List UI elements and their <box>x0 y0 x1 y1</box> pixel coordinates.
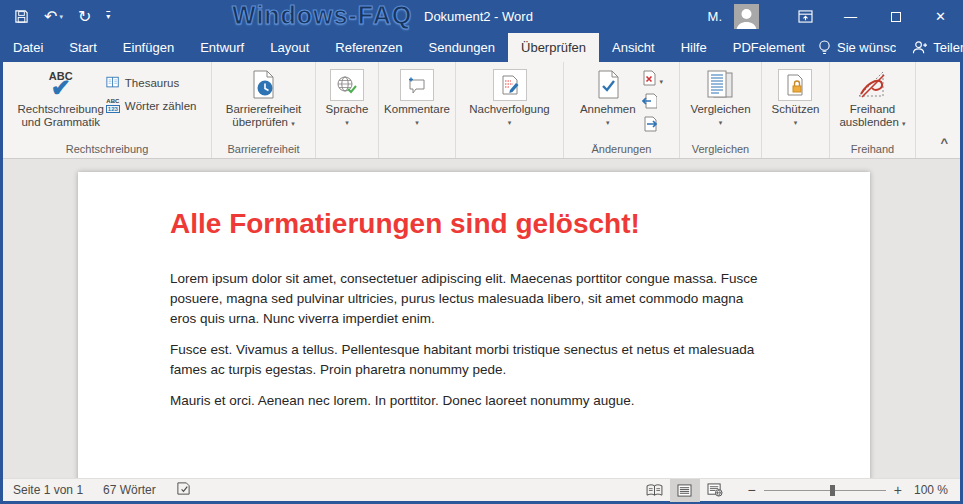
user-initials: M. <box>708 9 722 24</box>
comment-bubble-icon <box>400 69 434 101</box>
tab-ueberpruefen[interactable]: Überprüfen <box>508 33 599 62</box>
tell-me-label: Sie wünsc <box>837 40 896 55</box>
redo-icon[interactable]: ↻ <box>78 9 91 25</box>
paragraph[interactable]: Lorem ipsum dolor sit amet, consectetuer… <box>170 269 770 329</box>
dropdown-icon: ▾ <box>719 118 723 127</box>
zoom-control: − + <box>748 479 902 502</box>
group-label-vergleichen: Vergleichen <box>680 143 761 155</box>
word-count-icon: ABC 123 <box>106 98 120 113</box>
document-heading[interactable]: Alle Formatierungen sind gelöscht! <box>170 208 778 240</box>
tab-hilfe[interactable]: Hilfe <box>668 33 720 62</box>
thesaurus-book-icon <box>106 76 120 89</box>
customize-qat-icon[interactable]: ▾ <box>106 13 110 21</box>
zoom-in-button[interactable]: + <box>894 482 902 498</box>
paragraph[interactable]: Mauris et orci. Aenean nec lorem. In por… <box>170 391 770 411</box>
undo-dropdown-icon[interactable]: ▾ <box>59 13 63 20</box>
print-layout-view-button[interactable] <box>670 479 700 502</box>
accept-icon <box>595 67 621 103</box>
page-indicator[interactable]: Seite 1 von 1 <box>3 483 93 497</box>
ribbon-tab-bar: Datei Start Einfügen Entwurf Layout Refe… <box>0 33 963 62</box>
group-sprache: Sprache ▾ <box>316 62 379 158</box>
ribbon: ABC ✔ Rechtschreibungund Grammatik Thesa… <box>3 62 960 159</box>
dropdown-icon: ▾ <box>508 118 512 127</box>
language-globe-icon <box>330 69 364 101</box>
tab-pdfelement[interactable]: PDFelement <box>720 33 818 62</box>
tab-sendungen[interactable]: Sendungen <box>416 33 509 62</box>
dropdown-icon: ▾ <box>415 118 419 127</box>
word-count-button[interactable]: ABC 123 Wörter zählen <box>106 98 197 113</box>
dropdown-icon: ▾ <box>902 120 906 127</box>
zoom-slider[interactable] <box>764 479 886 502</box>
collapse-ribbon-icon[interactable]: ^ <box>940 135 948 150</box>
status-bar: Seite 1 von 1 67 Wörter − + 1 <box>3 478 960 501</box>
previous-change-button[interactable] <box>642 93 657 113</box>
word-count-indicator[interactable]: 67 Wörter <box>93 483 166 497</box>
language-button[interactable]: Sprache ▾ <box>326 62 369 158</box>
tab-start[interactable]: Start <box>56 33 109 62</box>
group-label-aenderungen: Änderungen <box>564 143 679 155</box>
proofing-status-icon[interactable] <box>166 481 201 499</box>
share-label: Teilen <box>933 40 963 55</box>
group-aenderungen: Annehmen ▾ ▾ <box>564 62 680 158</box>
lightbulb-icon <box>818 39 831 56</box>
close-icon: ✕ <box>935 9 946 24</box>
group-vergleichen: Vergleichen ▾ Vergleichen <box>680 62 762 158</box>
close-button[interactable]: ✕ <box>918 0 963 33</box>
dropdown-icon: ▾ <box>291 120 295 127</box>
document-canvas: Alle Formatierungen sind gelöscht! Lorem… <box>3 159 960 478</box>
group-label-freihand: Freihand <box>830 143 915 155</box>
track-changes-icon <box>493 69 527 101</box>
document-page[interactable]: Alle Formatierungen sind gelöscht! Lorem… <box>78 172 870 478</box>
dropdown-icon: ▾ <box>794 118 798 127</box>
thesaurus-button[interactable]: Thesaurus <box>106 76 197 89</box>
title-bar: ↶▾ ↻ ▾ Windows-FAQ Dokument2 - Word M. —… <box>0 0 963 33</box>
document-body[interactable]: Lorem ipsum dolor sit amet, consectetuer… <box>170 269 770 411</box>
maximize-button[interactable] <box>873 0 918 33</box>
protect-lock-icon <box>778 69 812 101</box>
word-window: ↶▾ ↻ ▾ Windows-FAQ Dokument2 - Word M. —… <box>0 0 963 504</box>
zoom-out-button[interactable]: − <box>748 482 756 498</box>
dropdown-icon: ▾ <box>606 118 610 127</box>
web-layout-view-button[interactable] <box>700 479 730 502</box>
tab-ansicht[interactable]: Ansicht <box>599 33 668 62</box>
ribbon-display-options-icon[interactable] <box>783 0 828 33</box>
undo-icon: ↶ <box>44 9 57 25</box>
zoom-slider-thumb[interactable] <box>830 485 835 496</box>
reject-change-button[interactable] <box>642 70 657 90</box>
next-change-button[interactable] <box>642 116 657 136</box>
tell-me-search[interactable]: Sie wünsc <box>818 39 896 56</box>
share-button[interactable]: Teilen <box>912 40 963 55</box>
tab-referenzen[interactable]: Referenzen <box>322 33 415 62</box>
group-kommentare: Kommentare ▾ <box>379 62 456 158</box>
user-avatar[interactable] <box>734 4 759 29</box>
tracking-button[interactable]: Nachverfolgung ▾ <box>469 62 550 158</box>
compare-docs-icon <box>705 67 735 103</box>
spelling-check-icon: ABC ✔ <box>49 67 73 103</box>
tab-einfuegen[interactable]: Einfügen <box>110 33 187 62</box>
save-icon[interactable] <box>14 9 29 24</box>
group-schuetzen: Schützen ▾ <box>762 62 830 158</box>
maximize-icon <box>891 12 901 22</box>
group-nachverfolgung: Nachverfolgung ▾ <box>456 62 564 158</box>
tab-entwurf[interactable]: Entwurf <box>187 33 257 62</box>
windows-faq-watermark: Windows-FAQ <box>232 1 412 30</box>
ribbon-spacer: ^ <box>916 62 960 158</box>
undo-button[interactable]: ↶▾ <box>44 9 63 25</box>
paragraph[interactable]: Fusce est. Vivamus a tellus. Pellentesqu… <box>170 340 770 380</box>
tab-datei[interactable]: Datei <box>0 33 56 62</box>
accessibility-icon <box>250 67 276 103</box>
hide-ink-icon <box>855 67 889 103</box>
window-title: Dokument2 - Word <box>424 0 533 33</box>
reject-dropdown-icon[interactable]: ▾ <box>660 77 664 86</box>
group-label-barrierefreiheit: Barrierefreiheit <box>212 143 315 155</box>
quick-access-toolbar: ↶▾ ↻ ▾ <box>14 0 110 33</box>
dropdown-icon: ▾ <box>345 118 349 127</box>
group-label-rechtschreibung: Rechtschreibung <box>3 143 211 155</box>
read-mode-view-button[interactable] <box>640 479 670 502</box>
tab-layout[interactable]: Layout <box>257 33 322 62</box>
protect-button[interactable]: Schützen ▾ <box>772 62 820 158</box>
zoom-level[interactable]: 100 % <box>914 483 960 497</box>
minimize-button[interactable]: — <box>828 0 873 33</box>
group-freihand: Freihandausblenden ▾ Freihand <box>830 62 916 158</box>
comments-button[interactable]: Kommentare ▾ <box>384 62 450 158</box>
